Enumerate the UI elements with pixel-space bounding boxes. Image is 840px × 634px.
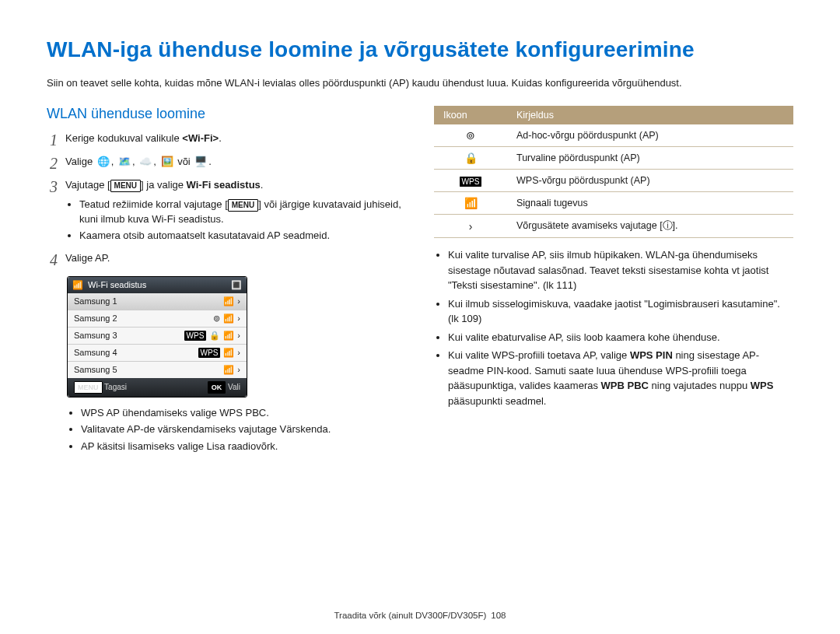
ap-name: Samsung 3 <box>74 331 117 340</box>
adhoc-icon: ⊚ <box>434 124 507 147</box>
arrow-icon: › <box>434 215 507 238</box>
table-row: Ad-hoc-võrgu pöörduspunkt (AP) <box>507 124 793 147</box>
ap-row: Samsung 2⊚📶› <box>68 310 247 328</box>
table-row: Signaali tugevus <box>507 192 793 215</box>
timer-icon: ⓘ <box>663 220 673 231</box>
menu-key-icon: MENU <box>110 180 141 192</box>
picture-icon: 🖼️ <box>161 156 173 167</box>
step-3-bullet: Kaamera otsib automaatselt kasutatavaid … <box>79 229 406 243</box>
monitor-icon: 🖥️ <box>194 156 207 167</box>
wps-icon: WPS <box>434 170 507 192</box>
ap-name: Samsung 4 <box>74 348 117 357</box>
ap-row: Samsung 1📶› <box>68 293 247 310</box>
table-row: Võrgusätete avamiseks vajutage [ⓘ]. <box>507 215 793 238</box>
signal-icon: 📶 <box>223 331 234 341</box>
adhoc-icon: ⊚ <box>213 313 220 324</box>
wps-icon: WPS <box>198 348 221 358</box>
table-row: WPS-võrgu pöörduspunkt (AP) <box>507 170 793 192</box>
cloud-icon: ☁️ <box>139 156 152 167</box>
signal-icon: 📶 <box>434 192 507 215</box>
globe-icon: 🌐 <box>97 156 110 167</box>
step-number: 3 <box>47 178 58 195</box>
arrow-icon: › <box>237 296 240 306</box>
list-item: Kui valite ebaturvalise AP, siis loob ka… <box>448 330 793 345</box>
ap-name: Samsung 2 <box>74 313 117 323</box>
step-2: Valige 🌐, 🗺️, ☁️, 🖼️ või 🖥️. <box>65 155 406 170</box>
table-row: Turvaline pöörduspunkt (AP) <box>507 147 793 170</box>
ap-name: Samsung 1 <box>74 296 117 306</box>
signal-icon: 📶 <box>223 313 234 324</box>
step-number: 1 <box>47 131 58 149</box>
arrow-icon: › <box>237 348 240 357</box>
step-number: 4 <box>47 251 58 268</box>
signal-icon: 📶 <box>223 348 234 358</box>
list-item: Kui valite WPS-profiili toetava AP, vali… <box>448 348 793 408</box>
icon-table: IkoonKirjeldus ⊚Ad-hoc-võrgu pöörduspunk… <box>434 106 793 238</box>
page-footer: Traadita võrk (ainult DV300F/DV305F)108 <box>0 611 840 620</box>
signal-icon: 📶 <box>223 296 234 306</box>
step-1: Kerige kodukuval valikule <Wi-Fi>. <box>65 131 406 146</box>
ok-label: Vali <box>228 382 240 391</box>
map-icon: 🗺️ <box>118 156 131 167</box>
section-heading: WLAN ühenduse loomine <box>47 106 406 122</box>
th-desc: Kirjeldus <box>507 106 793 124</box>
arrow-icon: › <box>237 313 240 323</box>
step-4: Valige AP. <box>65 251 406 266</box>
right-bullets: Kui valite turvalise AP, siis ilmub hüpi… <box>434 247 793 408</box>
signal-icon: 📶 <box>223 365 234 375</box>
lock-icon: 🔒 <box>209 331 220 341</box>
wifi-settings-title: Wi-Fi seadistus <box>88 280 146 289</box>
arrow-icon: › <box>237 331 240 340</box>
lock-icon: 🔒 <box>434 147 507 170</box>
step-3-bullet: Teatud režiimide korral vajutage [MENU] … <box>79 198 406 227</box>
ap-row: Samsung 3WPS🔒📶› <box>68 328 247 345</box>
list-item: Kui ilmub sisselogimiskuva, vaadake jaot… <box>448 296 793 327</box>
ok-key-icon: OK <box>208 381 226 394</box>
th-icon: Ikoon <box>434 106 507 124</box>
wifi-icon: 📶 <box>72 280 83 290</box>
ap-name: Samsung 5 <box>74 365 117 374</box>
step-3: Vajutage [MENU] ja valige Wi-Fi seadistu… <box>65 178 406 244</box>
menu-key-icon: MENU <box>74 381 103 394</box>
back-label: Tagasi <box>104 382 127 391</box>
menu-key-icon: MENU <box>228 199 258 212</box>
wifi-settings-screenshot: 📶 Wi-Fi seadistus 🔳 Samsung 1📶›Samsung 2… <box>67 276 247 398</box>
page-title: WLAN-iga ühenduse loomine ja võrgusätete… <box>47 37 793 62</box>
intro-text: Siin on teavet selle kohta, kuidas mõne … <box>47 76 793 90</box>
battery-icon: 🔳 <box>231 280 242 290</box>
wps-icon: WPS <box>184 331 207 341</box>
post-bullets: WPS AP ühendamiseks valige WPS PBC. Vali… <box>67 405 406 454</box>
list-item: Kui valite turvalise AP, siis ilmub hüpi… <box>448 247 793 293</box>
arrow-icon: › <box>237 365 240 374</box>
step-number: 2 <box>47 155 58 172</box>
ap-row: Samsung 5📶› <box>68 362 247 378</box>
ap-row: Samsung 4WPS📶› <box>68 345 247 362</box>
